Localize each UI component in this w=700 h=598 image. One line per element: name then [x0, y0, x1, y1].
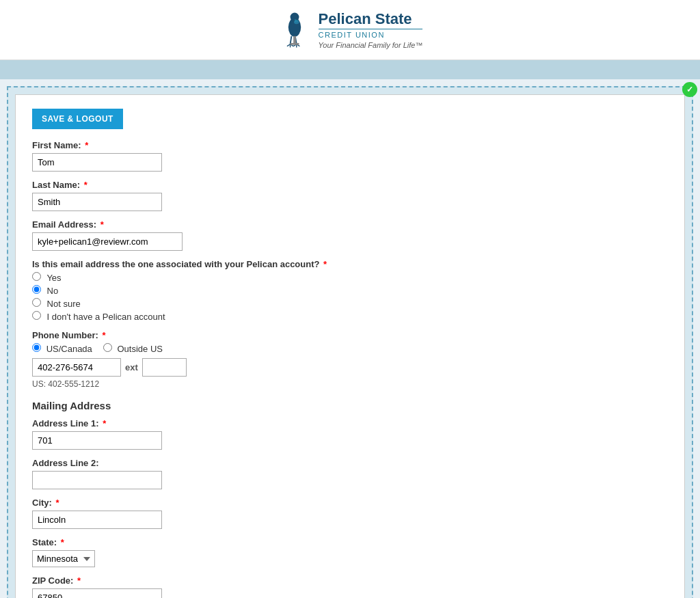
- save-logout-button[interactable]: SAVE & LOGOUT: [32, 109, 123, 129]
- email-input[interactable]: [32, 232, 183, 251]
- blue-bar: [0, 60, 700, 79]
- state-label: State: *: [32, 537, 668, 547]
- state-group: State: * Minnesota Alabama Alaska Arizon…: [32, 537, 668, 567]
- address1-required: *: [103, 418, 106, 429]
- ext-label: ext: [125, 362, 138, 372]
- zip-group: ZIP Code: *: [32, 575, 668, 598]
- svg-line-6: [287, 44, 291, 46]
- email-option-yes[interactable]: Yes: [32, 272, 668, 283]
- last-name-label: Last Name: *: [32, 180, 668, 190]
- phone-label: Phone Number: *: [32, 330, 668, 340]
- last-name-group: Last Name: *: [32, 180, 668, 211]
- phone-required: *: [102, 330, 105, 340]
- zip-input[interactable]: [32, 588, 162, 598]
- phone-number-row: ext: [32, 358, 668, 377]
- email-option-no-account[interactable]: I don't have a Pelican account: [32, 311, 668, 322]
- first-name-required: *: [85, 140, 88, 150]
- address1-group: Address Line 1: *: [32, 418, 668, 450]
- zip-label: ZIP Code: *: [32, 575, 668, 586]
- email-label: Email Address: *: [32, 219, 668, 230]
- email-question-label: Is this email address the one associated…: [32, 259, 668, 269]
- last-name-input[interactable]: [32, 193, 162, 211]
- city-required: *: [56, 498, 59, 508]
- email-radio-no-account[interactable]: [32, 311, 41, 320]
- phone-type-row: US/Canada Outside US: [32, 343, 668, 354]
- zip-required: *: [77, 575, 81, 586]
- city-label: City: *: [32, 498, 668, 508]
- address2-group: Address Line 2:: [32, 458, 668, 489]
- page-header: Pelican State credit union Your Financia…: [0, 0, 700, 60]
- state-select[interactable]: Minnesota Alabama Alaska Arizona Califor…: [32, 550, 95, 567]
- svg-rect-13: [290, 43, 299, 45]
- email-question-required: *: [323, 259, 327, 269]
- city-group: City: *: [32, 498, 668, 529]
- phone-group: Phone Number: * US/Canada Outside US ext…: [32, 330, 668, 389]
- logo-subtitle: credit union: [319, 29, 423, 39]
- last-name-required: *: [84, 180, 88, 190]
- phone-radio-outside[interactable]: [103, 343, 112, 352]
- green-status-icon: ✓: [682, 82, 697, 97]
- phone-ext-input[interactable]: [142, 358, 187, 377]
- email-radio-no[interactable]: [32, 285, 41, 294]
- content-area: ✓ SAVE & LOGOUT First Name: * Last Name:…: [7, 86, 693, 598]
- email-radio-not-sure[interactable]: [32, 298, 41, 307]
- mailing-address-heading: Mailing Address: [32, 400, 668, 411]
- address2-input[interactable]: [32, 471, 162, 489]
- form-container: SAVE & LOGOUT First Name: * Last Name: *…: [15, 94, 685, 598]
- logo-tagline: Your Financial Family for Life™: [319, 41, 423, 49]
- email-option-not-sure[interactable]: Not sure: [32, 298, 668, 309]
- svg-point-3: [294, 21, 299, 25]
- city-input[interactable]: [32, 511, 162, 529]
- phone-type-us-label[interactable]: US/Canada: [32, 343, 92, 354]
- phone-type-outside-label[interactable]: Outside US: [103, 343, 163, 354]
- address2-label: Address Line 2:: [32, 458, 668, 468]
- email-option-no[interactable]: No: [32, 285, 668, 296]
- state-required: *: [61, 537, 64, 547]
- state-select-wrapper: Minnesota Alabama Alaska Arizona Califor…: [32, 550, 95, 567]
- first-name-label: First Name: *: [32, 140, 668, 150]
- email-group: Email Address: *: [32, 219, 668, 251]
- email-radio-group: Yes No Not sure I don't have a Pelican a…: [32, 272, 668, 322]
- address1-input[interactable]: [32, 431, 162, 450]
- phone-radio-us[interactable]: [32, 343, 41, 352]
- address1-label: Address Line 1: *: [32, 418, 668, 429]
- logo-title: Pelican State: [319, 11, 423, 27]
- first-name-group: First Name: *: [32, 140, 668, 172]
- first-name-input[interactable]: [32, 153, 162, 172]
- phone-display: US: 402-555-1212: [32, 379, 668, 389]
- logo-text-block: Pelican State credit union Your Financia…: [319, 11, 423, 49]
- pelican-logo-icon: [278, 10, 312, 51]
- phone-number-input[interactable]: [32, 358, 121, 377]
- email-question-group: Is this email address the one associated…: [32, 259, 668, 322]
- email-radio-yes[interactable]: [32, 272, 41, 281]
- email-required: *: [100, 219, 104, 230]
